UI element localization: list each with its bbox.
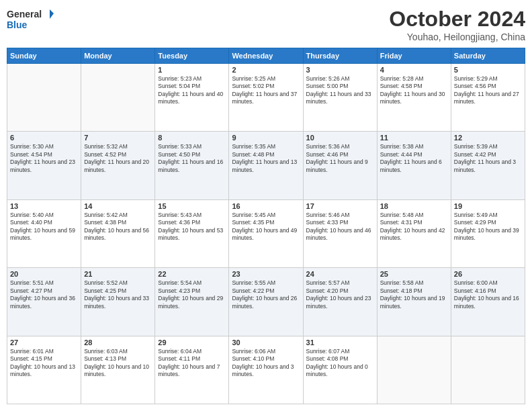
day-info: Sunrise: 5:23 AMSunset: 5:04 PMDaylight:… [158, 75, 226, 106]
day-number: 14 [84, 202, 152, 210]
calendar-cell: 11Sunrise: 5:38 AMSunset: 4:44 PMDayligh… [377, 132, 451, 199]
location-title: Youhao, Heilongjiang, China [389, 32, 525, 42]
day-info: Sunrise: 5:33 AMSunset: 4:50 PMDaylight:… [158, 143, 226, 174]
calendar-cell: 27Sunrise: 6:01 AMSunset: 4:15 PMDayligh… [7, 336, 81, 404]
day-number: 13 [10, 202, 78, 210]
calendar-cell: 12Sunrise: 5:39 AMSunset: 4:42 PMDayligh… [451, 132, 525, 199]
col-friday: Friday [377, 48, 451, 64]
day-info: Sunrise: 5:40 AMSunset: 4:40 PMDaylight:… [10, 212, 78, 242]
day-number: 6 [10, 134, 78, 142]
calendar-week-4: 20Sunrise: 5:51 AMSunset: 4:27 PMDayligh… [7, 268, 525, 336]
calendar-cell [7, 64, 81, 132]
calendar-cell: 6Sunrise: 5:30 AMSunset: 4:54 PMDaylight… [7, 132, 81, 199]
col-saturday: Saturday [451, 48, 525, 64]
day-info: Sunrise: 5:28 AMSunset: 4:58 PMDaylight:… [380, 75, 448, 106]
day-number: 23 [232, 270, 300, 278]
calendar-cell: 18Sunrise: 5:48 AMSunset: 4:31 PMDayligh… [377, 199, 451, 267]
col-monday: Monday [81, 48, 155, 64]
calendar-table: Sunday Monday Tuesday Wednesday Thursday… [7, 48, 525, 404]
calendar-cell: 15Sunrise: 5:43 AMSunset: 4:36 PMDayligh… [155, 199, 229, 267]
day-number: 31 [306, 338, 374, 347]
day-number: 17 [306, 202, 374, 210]
logo: General Blue [7, 7, 54, 31]
day-info: Sunrise: 5:26 AMSunset: 5:00 PMDaylight:… [306, 75, 374, 106]
day-info: Sunrise: 5:38 AMSunset: 4:44 PMDaylight:… [380, 143, 448, 174]
calendar-page: General Blue October 2024 Youhao, Heilon… [0, 0, 532, 411]
svg-text:Blue: Blue [7, 19, 28, 30]
day-number: 20 [10, 270, 78, 278]
day-info: Sunrise: 5:30 AMSunset: 4:54 PMDaylight:… [10, 143, 78, 174]
calendar-week-5: 27Sunrise: 6:01 AMSunset: 4:15 PMDayligh… [7, 336, 525, 404]
day-info: Sunrise: 5:55 AMSunset: 4:22 PMDaylight:… [232, 279, 300, 310]
svg-marker-2 [50, 9, 54, 19]
calendar-cell: 2Sunrise: 5:25 AMSunset: 5:02 PMDaylight… [229, 64, 303, 132]
calendar-cell: 28Sunrise: 6:03 AMSunset: 4:13 PMDayligh… [81, 336, 155, 404]
logo-icon: General Blue [7, 7, 54, 31]
day-info: Sunrise: 5:54 AMSunset: 4:23 PMDaylight:… [158, 279, 226, 310]
day-number: 25 [380, 270, 448, 278]
calendar-cell: 10Sunrise: 5:36 AMSunset: 4:46 PMDayligh… [303, 132, 377, 199]
day-number: 16 [232, 202, 300, 210]
calendar-cell: 9Sunrise: 5:35 AMSunset: 4:48 PMDaylight… [229, 132, 303, 199]
day-number: 28 [84, 338, 152, 347]
day-number: 5 [454, 66, 522, 74]
day-info: Sunrise: 6:00 AMSunset: 4:16 PMDaylight:… [454, 279, 522, 310]
day-info: Sunrise: 5:42 AMSunset: 4:38 PMDaylight:… [84, 212, 152, 242]
calendar-cell: 13Sunrise: 5:40 AMSunset: 4:40 PMDayligh… [7, 199, 81, 267]
calendar-cell: 5Sunrise: 5:29 AMSunset: 4:56 PMDaylight… [451, 64, 525, 132]
day-info: Sunrise: 5:51 AMSunset: 4:27 PMDaylight:… [10, 279, 78, 310]
day-number: 12 [454, 134, 522, 142]
calendar-cell: 14Sunrise: 5:42 AMSunset: 4:38 PMDayligh… [81, 199, 155, 267]
calendar-cell: 24Sunrise: 5:57 AMSunset: 4:20 PMDayligh… [303, 268, 377, 336]
calendar-cell: 1Sunrise: 5:23 AMSunset: 5:04 PMDaylight… [155, 64, 229, 132]
day-info: Sunrise: 6:03 AMSunset: 4:13 PMDaylight:… [84, 348, 152, 379]
day-number: 19 [454, 202, 522, 210]
day-info: Sunrise: 5:43 AMSunset: 4:36 PMDaylight:… [158, 212, 226, 242]
day-info: Sunrise: 6:06 AMSunset: 4:10 PMDaylight:… [232, 348, 300, 379]
day-info: Sunrise: 5:52 AMSunset: 4:25 PMDaylight:… [84, 279, 152, 310]
day-info: Sunrise: 6:07 AMSunset: 4:08 PMDaylight:… [306, 348, 374, 379]
col-thursday: Thursday [303, 48, 377, 64]
calendar-week-3: 13Sunrise: 5:40 AMSunset: 4:40 PMDayligh… [7, 199, 525, 267]
day-info: Sunrise: 6:04 AMSunset: 4:11 PMDaylight:… [158, 348, 226, 379]
day-info: Sunrise: 5:49 AMSunset: 4:29 PMDaylight:… [454, 212, 522, 242]
calendar-cell: 4Sunrise: 5:28 AMSunset: 4:58 PMDaylight… [377, 64, 451, 132]
day-info: Sunrise: 5:45 AMSunset: 4:35 PMDaylight:… [232, 212, 300, 242]
day-info: Sunrise: 5:25 AMSunset: 5:02 PMDaylight:… [232, 75, 300, 106]
day-info: Sunrise: 5:58 AMSunset: 4:18 PMDaylight:… [380, 279, 448, 310]
day-info: Sunrise: 5:29 AMSunset: 4:56 PMDaylight:… [454, 75, 522, 106]
day-info: Sunrise: 5:57 AMSunset: 4:20 PMDaylight:… [306, 279, 374, 310]
title-area: October 2024 Youhao, Heilongjiang, China [389, 7, 525, 42]
col-tuesday: Tuesday [155, 48, 229, 64]
calendar-cell: 25Sunrise: 5:58 AMSunset: 4:18 PMDayligh… [377, 268, 451, 336]
calendar-cell: 20Sunrise: 5:51 AMSunset: 4:27 PMDayligh… [7, 268, 81, 336]
day-number: 24 [306, 270, 374, 278]
calendar-cell: 23Sunrise: 5:55 AMSunset: 4:22 PMDayligh… [229, 268, 303, 336]
day-number: 11 [380, 134, 448, 142]
calendar-cell: 17Sunrise: 5:46 AMSunset: 4:33 PMDayligh… [303, 199, 377, 267]
day-number: 26 [454, 270, 522, 278]
day-number: 3 [306, 66, 374, 74]
calendar-cell: 8Sunrise: 5:33 AMSunset: 4:50 PMDaylight… [155, 132, 229, 199]
svg-text:General: General [7, 9, 42, 19]
day-info: Sunrise: 6:01 AMSunset: 4:15 PMDaylight:… [10, 348, 78, 379]
col-wednesday: Wednesday [229, 48, 303, 64]
calendar-cell: 31Sunrise: 6:07 AMSunset: 4:08 PMDayligh… [303, 336, 377, 404]
day-info: Sunrise: 5:32 AMSunset: 4:52 PMDaylight:… [84, 143, 152, 174]
calendar-cell: 19Sunrise: 5:49 AMSunset: 4:29 PMDayligh… [451, 199, 525, 267]
calendar-cell [451, 336, 525, 404]
day-number: 21 [84, 270, 152, 278]
calendar-cell: 26Sunrise: 6:00 AMSunset: 4:16 PMDayligh… [451, 268, 525, 336]
calendar-cell: 22Sunrise: 5:54 AMSunset: 4:23 PMDayligh… [155, 268, 229, 336]
day-number: 7 [84, 134, 152, 142]
day-info: Sunrise: 5:48 AMSunset: 4:31 PMDaylight:… [380, 212, 448, 242]
day-number: 4 [380, 66, 448, 74]
day-info: Sunrise: 5:36 AMSunset: 4:46 PMDaylight:… [306, 143, 374, 174]
month-title: October 2024 [389, 7, 525, 32]
calendar-cell: 16Sunrise: 5:45 AMSunset: 4:35 PMDayligh… [229, 199, 303, 267]
calendar-week-2: 6Sunrise: 5:30 AMSunset: 4:54 PMDaylight… [7, 132, 525, 199]
col-sunday: Sunday [7, 48, 81, 64]
page-header: General Blue October 2024 Youhao, Heilon… [7, 7, 525, 42]
calendar-cell: 7Sunrise: 5:32 AMSunset: 4:52 PMDaylight… [81, 132, 155, 199]
day-info: Sunrise: 5:46 AMSunset: 4:33 PMDaylight:… [306, 212, 374, 242]
